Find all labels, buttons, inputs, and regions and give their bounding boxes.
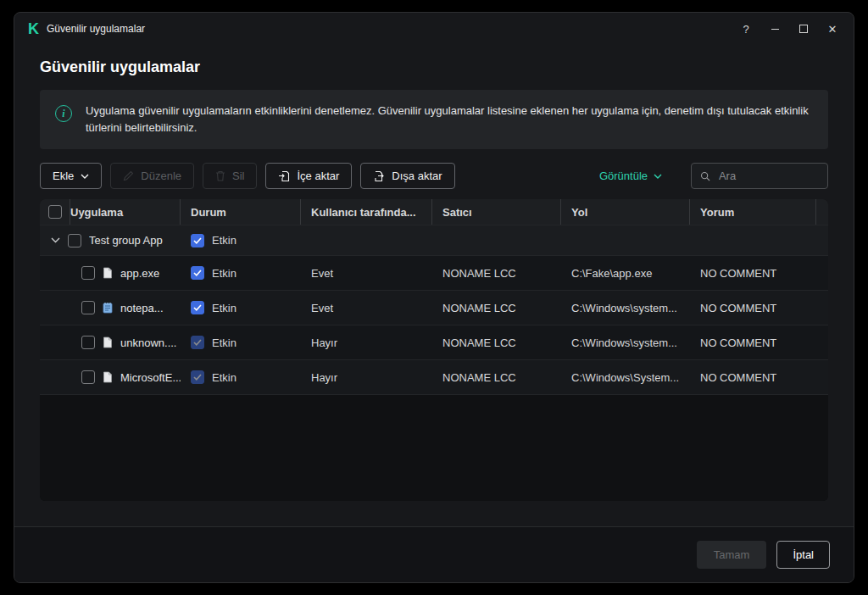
path-cell: C:\Windows\System... [561, 371, 690, 384]
path-cell: C:\Windows\system... [561, 336, 690, 349]
trash-icon [215, 170, 225, 181]
file-icon [103, 371, 113, 383]
import-button-label: İçe aktar [297, 170, 339, 182]
status-label: Etkin [212, 371, 236, 384]
table-row[interactable]: unknown.... Etkin Hayır NONAME LCC C:\Wi… [40, 325, 828, 360]
status-checkbox[interactable] [191, 370, 204, 384]
title-bar: K Güvenilir uygulamalar ? ✕ [14, 13, 854, 45]
table-row[interactable]: notepa... Etkin Evet NONAME LCC C:\Windo… [40, 291, 828, 325]
row-checkbox[interactable] [81, 336, 95, 349]
maximize-button[interactable] [791, 17, 816, 41]
delete-button[interactable]: Sil [203, 163, 257, 189]
export-button-label: Dışa aktar [392, 170, 442, 182]
close-button[interactable]: ✕ [820, 17, 845, 41]
comment-cell: NO COMMENT [690, 371, 816, 384]
view-dropdown[interactable]: Görüntüle [594, 169, 667, 183]
status-label: Etkin [212, 267, 236, 280]
pencil-icon [123, 170, 134, 181]
window-title: Güvenilir uygulamalar [47, 23, 145, 35]
app-name: MicrosoftE... [120, 371, 181, 384]
group-row-checkbox[interactable] [68, 234, 81, 247]
vendor-cell: NONAME LCC [432, 302, 561, 314]
comment-cell: NO COMMENT [690, 302, 816, 314]
user-defined-cell: Hayır [301, 336, 432, 349]
info-banner-text: Uygulama güvenilir uygulamaların etkinli… [86, 103, 813, 136]
maximize-icon [799, 25, 808, 33]
path-cell: C:\Fake\app.exe [561, 267, 690, 280]
comment-cell: NO COMMENT [690, 267, 816, 280]
path-cell: C:\Windows\system... [561, 302, 690, 314]
search-icon [700, 170, 710, 182]
status-checkbox[interactable] [191, 266, 204, 280]
status-label: Etkin [212, 302, 236, 314]
table-group-row[interactable]: Test group App Etkin [40, 225, 828, 256]
toolbar: Ekle Düzenle Sil İçe aktar Dışa aktar Gö… [40, 163, 828, 189]
group-status-checkbox[interactable] [191, 234, 204, 247]
export-icon [373, 170, 385, 182]
content-area: Güvenilir uygulamalar i Uygulama güvenil… [14, 45, 854, 526]
row-checkbox[interactable] [81, 301, 95, 314]
notepad-icon [103, 302, 113, 314]
search-box[interactable] [691, 163, 828, 189]
column-header-satici[interactable]: Satıcı [432, 199, 561, 225]
column-header-kullanici[interactable]: Kullanıcı tarafında... [301, 199, 432, 225]
vendor-cell: NONAME LCC [432, 336, 561, 349]
edit-button[interactable]: Düzenle [110, 163, 194, 189]
file-icon [103, 267, 113, 279]
app-window: K Güvenilir uygulamalar ? ✕ Güvenilir uy… [14, 12, 854, 583]
info-banner: i Uygulama güvenilir uygulamaların etkin… [40, 90, 828, 149]
user-defined-cell: Evet [301, 267, 432, 280]
kaspersky-logo-icon: K [28, 21, 38, 36]
minimize-icon [771, 25, 780, 34]
column-header-uygulama[interactable]: Uygulama [70, 199, 181, 225]
app-name: notepa... [120, 302, 164, 314]
vendor-cell: NONAME LCC [432, 267, 561, 280]
add-button[interactable]: Ekle [40, 163, 102, 189]
row-checkbox[interactable] [81, 266, 95, 280]
group-name: Test group App [89, 234, 163, 247]
status-checkbox[interactable] [191, 336, 204, 349]
chevron-down-icon [81, 174, 89, 179]
view-dropdown-label: Görüntüle [599, 170, 648, 182]
app-name: app.exe [120, 267, 159, 280]
page-title: Güvenilir uygulamalar [40, 58, 828, 76]
table-header-row: Uygulama Durum Kullanıcı tarafında... Sa… [40, 199, 828, 225]
table-row[interactable]: MicrosoftE... Etkin Hayır NONAME LCC C:\… [40, 360, 828, 395]
export-button[interactable]: Dışa aktar [360, 163, 454, 189]
ok-button[interactable]: Tamam [697, 541, 767, 569]
column-header-yol[interactable]: Yol [561, 199, 690, 225]
edit-button-label: Düzenle [141, 170, 181, 182]
row-checkbox[interactable] [81, 370, 95, 384]
table-row[interactable]: app.exe Etkin Evet NONAME LCC C:\Fake\ap… [40, 256, 828, 291]
comment-cell: NO COMMENT [690, 336, 816, 349]
column-header-durum[interactable]: Durum [181, 199, 301, 225]
import-icon [278, 170, 290, 182]
collapse-group-icon[interactable] [51, 237, 60, 243]
help-button[interactable]: ? [733, 17, 759, 41]
search-input[interactable] [717, 169, 819, 183]
column-header-yorum[interactable]: Yorum [690, 199, 816, 225]
status-checkbox[interactable] [191, 301, 204, 314]
group-status-label: Etkin [212, 234, 236, 247]
column-header-spacer [816, 199, 828, 225]
applications-table: Uygulama Durum Kullanıcı tarafında... Sa… [40, 199, 828, 501]
cancel-button[interactable]: İptal [776, 541, 830, 569]
app-name: unknown.... [120, 336, 177, 349]
status-label: Etkin [212, 336, 236, 349]
add-button-label: Ekle [53, 170, 74, 182]
chevron-down-icon [654, 174, 662, 179]
table-empty-area [40, 395, 828, 501]
file-icon [103, 336, 113, 348]
info-icon: i [55, 105, 72, 122]
window-controls: ? ✕ [733, 17, 845, 41]
minimize-button[interactable] [762, 17, 787, 41]
footer-bar: Tamam İptal [14, 526, 854, 582]
user-defined-cell: Hayır [301, 371, 432, 384]
vendor-cell: NONAME LCC [432, 371, 561, 384]
user-defined-cell: Evet [301, 302, 432, 314]
import-button[interactable]: İçe aktar [265, 163, 352, 189]
delete-button-label: Sil [232, 170, 244, 182]
select-all-checkbox[interactable] [48, 205, 62, 219]
